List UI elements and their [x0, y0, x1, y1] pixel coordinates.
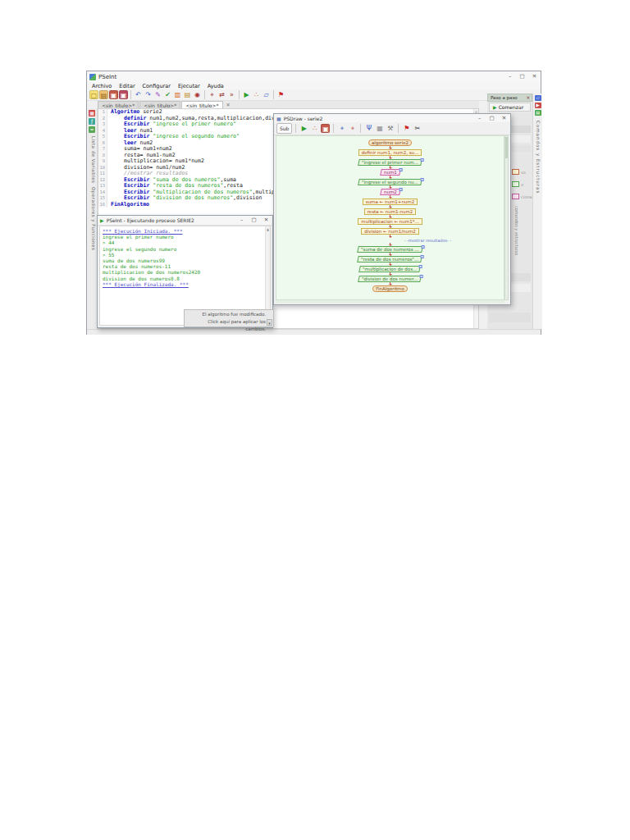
- paso-close-icon[interactable]: ✕: [526, 94, 532, 101]
- zoom-in-icon[interactable]: ⌖: [337, 124, 346, 133]
- maximize-button[interactable]: ▢: [516, 71, 528, 82]
- menu-item-ejecutar[interactable]: Ejecutar: [178, 83, 200, 89]
- algorithm-modified-notification[interactable]: El algoritmo fue modificado. Click aquí …: [184, 309, 274, 327]
- tab-close-icon[interactable]: ✕: [226, 101, 231, 108]
- dock-struct-icon[interactable]: ▤: [535, 110, 541, 116]
- palette-item[interactable]: us: [512, 169, 526, 175]
- save-icon[interactable]: ▣: [109, 90, 118, 99]
- scroll-up-icon[interactable]: ▲: [266, 227, 270, 231]
- help-book-icon[interactable]: ▥: [173, 90, 182, 99]
- notification-line2: Click aquí para aplicar los cambios.: [186, 318, 266, 333]
- flow-node-label: "division de dos numer...: [362, 276, 418, 281]
- sidebar-tab-variables[interactable]: Lista de Variables: [88, 136, 96, 184]
- flow-node-proc[interactable]: definir num1, num2, su...: [358, 149, 422, 156]
- console-line: division de dos numeros0.8: [100, 276, 270, 281]
- run-icon[interactable]: ▶: [242, 90, 251, 99]
- flow-node-proc[interactable]: suma ← num1+num2: [363, 199, 418, 205]
- flowchart-icon[interactable]: ▱: [262, 90, 271, 99]
- step-run-icon[interactable]: ∴: [252, 90, 261, 99]
- toolbar-separator: [333, 124, 334, 133]
- subprocess-button[interactable]: Sub: [276, 123, 292, 134]
- save-all-icon[interactable]: ▣: [119, 90, 128, 99]
- canvas-vscrollbar[interactable]: [504, 135, 509, 300]
- edit-pencil-icon[interactable]: ✎: [153, 90, 162, 99]
- operators-panel-icon[interactable]: ƒ: [89, 118, 95, 125]
- sidebar-tab-operadores[interactable]: Operadores y Funciones: [88, 187, 96, 250]
- open-file-icon[interactable]: ▤: [99, 90, 108, 99]
- flow-node-pill[interactable]: FinAlgoritmo: [372, 285, 408, 292]
- flow-node-label: "multiplicacion de dos...: [363, 267, 417, 272]
- flow-node-label: "resta de dos numeros"...: [361, 257, 418, 262]
- line-number: 15: [98, 195, 107, 202]
- step-run-icon[interactable]: ∴: [310, 124, 319, 133]
- flow-node-out[interactable]: "ingrese el segundo nu...: [358, 179, 422, 185]
- tab-sin-titulo-2[interactable]: <sin_titulo>*: [139, 101, 180, 108]
- close-button[interactable]: ✕: [528, 71, 541, 82]
- line-number: 14: [98, 189, 107, 196]
- notification-arrow-icon[interactable]: ▾: [267, 319, 272, 326]
- flow-node-label: "ingrese el segundo nu...: [362, 180, 418, 185]
- goto-icon[interactable]: »: [227, 90, 236, 99]
- pseint-app-icon: [89, 74, 96, 80]
- syntax-panel-icon[interactable]: =: [89, 126, 95, 133]
- tab-sin-titulo-3[interactable]: <sin_titulo>*: [181, 101, 222, 108]
- flowchart-canvas[interactable]: algoritmo serie2definir num1, num2, su..…: [276, 135, 504, 300]
- comenzar-button[interactable]: ▶ Comenzar: [489, 103, 531, 112]
- canvas-hscrollbar[interactable]: [276, 300, 504, 304]
- dock-run-icon[interactable]: ▶: [535, 103, 541, 108]
- dock-flow-icon[interactable]: ▱: [535, 95, 541, 101]
- console-lines: *** Ejecución Iniciada. ***ingrese el pr…: [100, 226, 270, 287]
- flow-node-label: num1: [384, 170, 397, 175]
- new-file-icon[interactable]: ▢: [89, 90, 98, 99]
- undo-icon[interactable]: ↶: [134, 90, 143, 99]
- save-icon[interactable]: ▣: [321, 124, 330, 133]
- variables-panel-icon[interactable]: ▦: [89, 110, 95, 116]
- menu-item-archivo[interactable]: Archivo: [92, 83, 112, 89]
- flow-node-out[interactable]: "multiplicacion de dos...: [359, 266, 422, 272]
- replace-icon[interactable]: ⇄: [217, 90, 226, 99]
- tools-icon[interactable]: ⚒: [386, 124, 395, 133]
- line-number: 5: [98, 134, 107, 140]
- tab-sin-titulo-1[interactable]: <sin_titulo>*: [98, 101, 139, 108]
- flow-node-out[interactable]: "suma de dos numeros ...: [357, 246, 422, 253]
- flow-node-out[interactable]: "resta de dos numeros"...: [358, 256, 423, 262]
- flow-node-proc[interactable]: multiplicacion ← num1*...: [358, 218, 422, 225]
- report-flag-icon[interactable]: ⚑: [402, 124, 411, 133]
- menu-item-editar[interactable]: Editar: [119, 83, 135, 89]
- palette-item[interactable]: o: [512, 181, 523, 187]
- find-icon[interactable]: ⌖: [208, 90, 217, 99]
- flow-node-proc[interactable]: division ← num1/num2: [361, 228, 419, 235]
- menu-item-ayuda[interactable]: Ayuda: [208, 83, 224, 89]
- fold-icon: [399, 188, 402, 191]
- zoom-reset-icon[interactable]: ⌖: [348, 124, 357, 133]
- profile-icon[interactable]: ◉: [193, 90, 202, 99]
- check-syntax-icon[interactable]: ✔: [163, 90, 172, 99]
- flow-node-in[interactable]: num1: [380, 169, 401, 176]
- report-flag-icon[interactable]: ⚑: [276, 90, 285, 99]
- run-icon[interactable]: ▶: [299, 124, 308, 133]
- clipboard-icon[interactable]: ▤: [183, 90, 192, 99]
- fold-icon: [420, 275, 423, 278]
- palette-icon: [512, 169, 519, 175]
- branch-icon[interactable]: Ψ: [364, 124, 373, 133]
- fold-icon: [421, 245, 424, 249]
- tab-comandos-y-estructuras[interactable]: Comandos y Estructuras: [536, 121, 541, 194]
- flow-node-out[interactable]: "division de dos numer...: [358, 276, 422, 282]
- canvas-scroll-thumb[interactable]: [505, 137, 508, 158]
- menu-item-configurar[interactable]: Configurar: [143, 83, 171, 89]
- flow-node-out[interactable]: "ingrese el primer num...: [358, 159, 422, 166]
- console-close-button[interactable]: ✕: [260, 215, 272, 226]
- flow-node-pill[interactable]: algoritmo serie2: [368, 139, 412, 146]
- minimize-button[interactable]: –: [504, 71, 516, 82]
- flow-node-proc[interactable]: resta ← num1-num2: [364, 208, 417, 215]
- cut-icon[interactable]: ✂: [413, 124, 422, 133]
- panel-row: [489, 313, 531, 322]
- palette-item[interactable]: cionar: [512, 194, 534, 199]
- flow-node-in[interactable]: num2: [380, 189, 401, 195]
- grid-icon[interactable]: ▦: [375, 124, 384, 133]
- redo-icon[interactable]: ↷: [144, 90, 153, 99]
- line-number: 1: [98, 109, 107, 116]
- line-number: 4: [98, 128, 107, 135]
- console-maximize-button[interactable]: ▢: [248, 215, 260, 226]
- console-minimize-button[interactable]: –: [235, 215, 248, 226]
